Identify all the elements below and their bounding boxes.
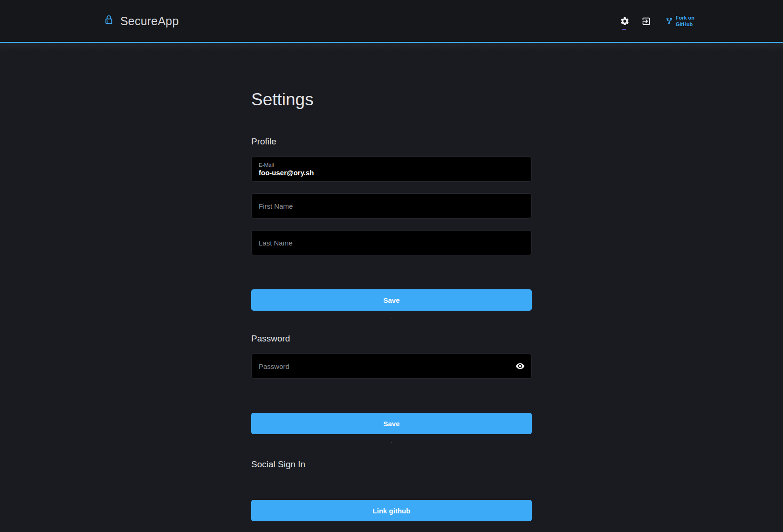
page-title: Settings [251,43,532,110]
lock-icon [103,14,114,25]
divider-dot: . [251,438,532,444]
email-input[interactable] [259,169,524,177]
fork-link-label: Fork on GitHub [676,14,694,28]
link-github-button[interactable]: Link github [251,500,532,521]
logout-icon [641,16,651,26]
logout-button[interactable] [641,16,652,26]
header-actions: Fork on GitHub [620,14,694,28]
eye-icon [515,361,525,371]
email-field-label: E-Mail [259,162,524,168]
settings-page: Settings Profile E-Mail Save . Password … [0,43,783,531]
app-title: SecureApp [120,14,179,28]
profile-save-button[interactable]: Save [251,289,532,311]
settings-button[interactable] [620,16,630,26]
last-name-input[interactable] [259,239,524,247]
profile-section-heading: Profile [251,136,532,147]
password-input[interactable] [259,362,524,370]
last-name-field[interactable] [251,230,532,255]
app-logo: SecureApp [103,14,179,28]
first-name-input[interactable] [259,202,524,210]
gear-icon [620,16,630,26]
toggle-password-visibility-button[interactable] [515,361,525,371]
password-save-button[interactable]: Save [251,413,532,434]
app-header: SecureApp Fork on GitHub [0,0,783,43]
password-field[interactable] [251,354,532,379]
first-name-field[interactable] [251,193,532,218]
fork-on-github-link[interactable]: Fork on GitHub [666,14,694,28]
divider-dot: . [251,314,532,321]
gear-underline-marker [622,29,626,30]
password-section-heading: Password [251,334,532,344]
social-section-heading: Social Sign In [251,459,532,470]
email-field[interactable]: E-Mail [251,157,532,182]
git-fork-icon [666,17,673,25]
